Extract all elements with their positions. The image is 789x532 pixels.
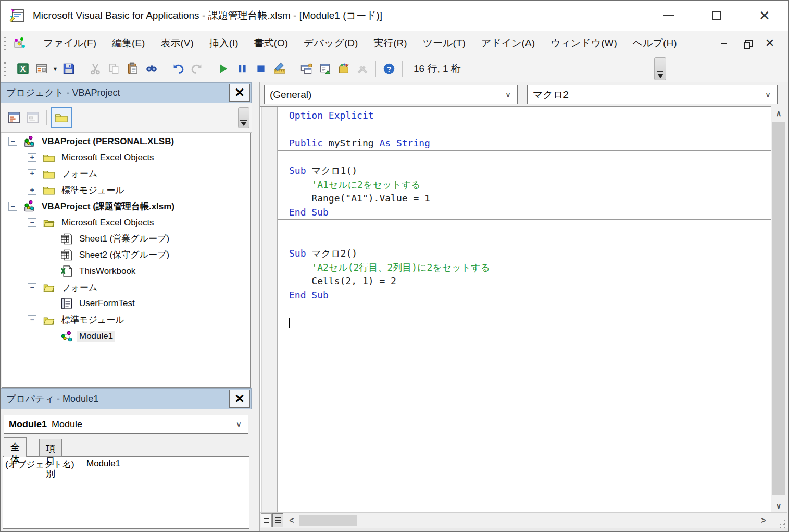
insert-userform-button-caret[interactable]: ▼ <box>51 59 59 79</box>
scroll-up-arrow[interactable]: ∧ <box>771 106 786 121</box>
toolbar-grip[interactable] <box>4 61 6 77</box>
menu-D[interactable]: デバッグ(D) <box>296 32 366 54</box>
code-line[interactable] <box>278 233 772 247</box>
tree-item-sheet1[interactable]: Sheet1 (営業グループ) <box>2 231 250 247</box>
menu-I[interactable]: 挿入(I) <box>202 32 246 54</box>
margin-indicator-bar[interactable] <box>261 107 278 513</box>
close-button[interactable]: ✕ <box>741 1 788 31</box>
expand-icon[interactable]: + <box>28 186 36 195</box>
tree-item-[interactable]: −標準モジュール <box>2 312 250 328</box>
tree-item-sheet2[interactable]: Sheet2 (保守グループ) <box>2 247 250 263</box>
tree-item-userformtest[interactable]: UserFormTest <box>2 296 250 312</box>
code-line[interactable]: Sub マクロ1() <box>278 164 772 178</box>
full-module-view-button[interactable] <box>272 513 283 527</box>
module-menu-icon[interactable] <box>12 36 26 50</box>
tree-item-[interactable]: +標準モジュール <box>2 182 250 198</box>
code-line[interactable]: Option Explicit <box>278 109 772 123</box>
project-toolbar-overflow-button[interactable] <box>238 107 249 128</box>
tree-item-microsoft-excel-objects[interactable]: +Microsoft Excel Objects <box>2 149 250 166</box>
menubar-grip[interactable] <box>4 35 6 51</box>
scroll-right-arrow[interactable]: > <box>758 514 769 527</box>
tab-alphabetic[interactable]: 全体 <box>4 437 27 457</box>
code-line[interactable]: Range("A1").Value = 1 <box>278 192 772 206</box>
vertical-scrollbar-thumb[interactable] <box>772 122 785 495</box>
menu-H[interactable]: ヘルプ(H) <box>625 32 685 54</box>
menu-F[interactable]: ファイル(F) <box>35 32 104 54</box>
find-button[interactable] <box>143 59 160 79</box>
code-window: (General) ∨ マクロ2 ∨ Option ExplicitPublic… <box>259 82 788 531</box>
properties-panel-header[interactable]: プロパティ - Module1 ✕ <box>1 388 252 409</box>
horizontal-scrollbar-thumb[interactable] <box>299 515 357 526</box>
toolbar-overflow-button[interactable] <box>654 57 666 80</box>
tree-item-[interactable]: +フォーム <box>2 166 250 182</box>
maximize-button[interactable] <box>693 1 741 31</box>
toggle-folders-button[interactable] <box>51 107 72 128</box>
code-line[interactable] <box>278 123 772 137</box>
view-code-button[interactable] <box>5 108 23 128</box>
break-button[interactable] <box>233 59 251 79</box>
tree-item-vbaproject-xlsm[interactable]: −VBAProject (課題管理台帳.xlsm) <box>2 198 250 214</box>
code-line[interactable] <box>278 150 772 164</box>
undo-button[interactable] <box>169 59 187 79</box>
code-line[interactable] <box>278 302 772 316</box>
code-editor[interactable]: Option ExplicitPublic myString As String… <box>260 106 772 513</box>
menu-T[interactable]: ツール(T) <box>415 32 473 54</box>
mdi-close-button[interactable]: ✕ <box>758 34 781 52</box>
code-line[interactable] <box>278 219 772 233</box>
object-selector-dropdown[interactable]: Module1 Module ∨ <box>4 415 248 434</box>
collapse-icon[interactable]: − <box>8 137 17 146</box>
menu-R[interactable]: 実行(R) <box>366 32 415 54</box>
menu-W[interactable]: ウィンドウ(W) <box>543 32 625 54</box>
procedure-dropdown[interactable]: マクロ2 ∨ <box>527 85 778 104</box>
vertical-scrollbar[interactable]: ∧ ∨ <box>771 106 786 513</box>
save-button[interactable] <box>60 59 78 79</box>
menu-O[interactable]: 書式(O) <box>246 32 296 54</box>
scroll-down-arrow[interactable]: ∨ <box>771 499 786 513</box>
expand-icon[interactable]: + <box>28 153 36 162</box>
tree-item-[interactable]: −フォーム <box>2 280 250 296</box>
property-value[interactable]: Module1 <box>82 457 124 472</box>
tree-item-microsoft-excel-objects[interactable]: −Microsoft Excel Objects <box>2 214 250 231</box>
menu-A[interactable]: アドイン(A) <box>473 32 543 54</box>
property-row[interactable]: (オブジェクト名)Module1 <box>3 457 249 472</box>
help-button[interactable]: ? <box>380 59 398 79</box>
tree-item-thisworkbook[interactable]: ThisWorkbook <box>2 263 250 280</box>
tree-item-label: 標準モジュール <box>59 313 127 326</box>
properties-window-button[interactable] <box>316 59 334 79</box>
menu-V[interactable]: 表示(V) <box>153 32 201 54</box>
project-explorer-button[interactable] <box>297 59 315 79</box>
code-line[interactable]: End Sub <box>278 288 772 302</box>
object-dropdown[interactable]: (General) ∨ <box>264 85 518 104</box>
code-line[interactable]: 'A1セルに2をセットする <box>278 178 772 192</box>
tree-item-vbaproject-personal-xlsb[interactable]: −VBAProject (PERSONAL.XLSB) <box>2 133 250 149</box>
procedure-view-button[interactable] <box>261 513 272 527</box>
collapse-icon[interactable]: − <box>28 218 36 227</box>
collapse-icon[interactable]: − <box>28 283 36 292</box>
code-line[interactable] <box>278 316 772 330</box>
insert-userform-button[interactable] <box>33 59 51 79</box>
design-mode-button[interactable] <box>271 59 289 79</box>
code-line[interactable]: End Sub <box>278 206 772 220</box>
mdi-minimize-button[interactable] <box>712 34 735 52</box>
code-line[interactable]: Cells(2, 1) = 2 <box>278 274 772 288</box>
properties-panel-close-button[interactable]: ✕ <box>229 390 250 408</box>
scroll-left-arrow[interactable]: < <box>286 514 297 527</box>
view-excel-button[interactable]: X <box>14 59 32 79</box>
object-browser-button[interactable] <box>335 59 353 79</box>
run-button[interactable] <box>215 59 232 79</box>
menu-E[interactable]: 編集(E) <box>104 32 153 54</box>
collapse-icon[interactable]: − <box>28 315 36 324</box>
reset-button[interactable] <box>252 59 270 79</box>
minimize-button[interactable] <box>645 1 693 31</box>
collapse-icon[interactable]: − <box>8 202 17 211</box>
project-panel-header[interactable]: プロジェクト - VBAProject ✕ <box>1 82 252 103</box>
code-line[interactable]: Public myString As String <box>278 136 772 150</box>
code-line[interactable]: Sub マクロ2() <box>278 247 772 261</box>
mdi-restore-button[interactable] <box>735 34 758 52</box>
tab-categorized[interactable]: 項目別 <box>39 439 62 457</box>
code-line[interactable]: 'A2セル(2行目、2列目)に2をセットする <box>278 261 772 275</box>
project-panel-close-button[interactable]: ✕ <box>229 84 250 102</box>
expand-icon[interactable]: + <box>28 169 36 178</box>
paste-button[interactable] <box>124 59 142 79</box>
tree-item-module1[interactable]: Module1 <box>2 328 250 344</box>
